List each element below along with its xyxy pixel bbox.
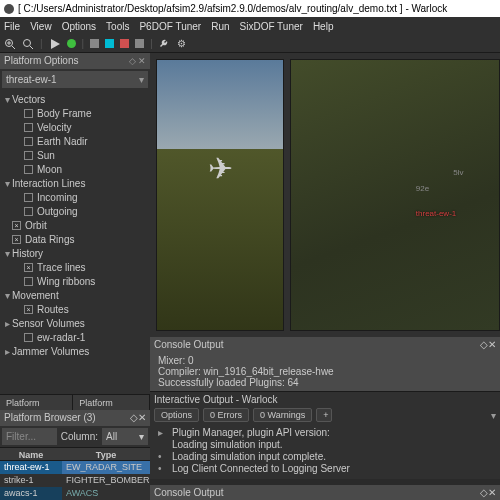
search-icon[interactable] <box>22 38 34 50</box>
grid-icon[interactable] <box>90 39 99 48</box>
io-tab-options[interactable]: Options <box>154 408 199 422</box>
checkbox[interactable] <box>24 165 33 174</box>
tree-item[interactable]: ew-radar-1 <box>0 330 150 344</box>
red-icon[interactable] <box>120 39 129 48</box>
panel-close-icon[interactable]: ✕ <box>138 56 146 66</box>
tree-item[interactable]: ▸Sensor Volumes <box>0 316 150 330</box>
menu-file[interactable]: File <box>4 21 20 32</box>
checkbox[interactable] <box>24 263 33 272</box>
platform-selector[interactable]: threat-ew-1▾ <box>2 71 148 88</box>
menu-view[interactable]: View <box>30 21 52 32</box>
io-tab-warnings[interactable]: 0 Warnings <box>253 408 312 422</box>
tree-item[interactable]: Earth Nadir <box>0 134 150 148</box>
panel-float-icon[interactable]: ◇ <box>480 487 488 498</box>
tree-item[interactable]: ▾Vectors <box>0 92 150 106</box>
tab-platform-options[interactable]: Platform Options <box>73 395 150 410</box>
gray-icon[interactable] <box>135 39 144 48</box>
bullet-icon: • <box>158 451 166 463</box>
twisty-icon[interactable]: ▸ <box>2 318 12 329</box>
panel-float-icon[interactable]: ◇ <box>130 412 138 423</box>
checkbox[interactable] <box>12 221 21 230</box>
cyan-icon[interactable] <box>105 39 114 48</box>
tree-item[interactable]: Data Rings <box>0 232 150 246</box>
tree-label: Interaction Lines <box>12 178 85 189</box>
column-label: Column: <box>57 428 102 445</box>
zoom-icon[interactable] <box>4 38 16 50</box>
tree-item[interactable]: Wing ribbons <box>0 274 150 288</box>
chevron-down-icon: ▾ <box>139 428 144 445</box>
checkbox[interactable] <box>12 235 21 244</box>
app-icon <box>4 4 14 14</box>
chevron-down-icon[interactable]: ▾ <box>491 410 496 421</box>
browser-table-header: NameType <box>0 447 150 461</box>
tree-item[interactable]: ▸Jammer Volumes <box>0 344 150 358</box>
tree-item[interactable]: Routes <box>0 302 150 316</box>
checkbox[interactable] <box>24 305 33 314</box>
tree-label: Orbit <box>25 220 47 231</box>
green-dot-icon[interactable] <box>67 39 76 48</box>
titlebar: [ C:/Users/Administrator/Desktop/afsim2.… <box>0 0 500 17</box>
tree-item[interactable]: Velocity <box>0 120 150 134</box>
filter-input[interactable]: Filter... <box>2 428 57 445</box>
menu-p6dof[interactable]: P6DOF Tuner <box>139 21 201 32</box>
checkbox[interactable] <box>24 137 33 146</box>
svg-point-4 <box>24 39 31 46</box>
checkbox[interactable] <box>24 109 33 118</box>
checkbox[interactable] <box>24 193 33 202</box>
checkbox[interactable] <box>24 277 33 286</box>
panel-close-icon[interactable]: ✕ <box>488 339 496 350</box>
checkbox[interactable] <box>24 123 33 132</box>
panel-close-icon[interactable]: ✕ <box>138 412 146 423</box>
checkbox[interactable] <box>24 151 33 160</box>
tree-item[interactable]: Moon <box>0 162 150 176</box>
panel-close-icon[interactable]: ✕ <box>488 487 496 498</box>
tree-item[interactable]: ▾Interaction Lines <box>0 176 150 190</box>
tree-item[interactable]: Incoming <box>0 190 150 204</box>
tab-platform-details[interactable]: Platform Details <box>0 395 73 410</box>
bullet-icon: • <box>158 463 166 475</box>
column-select[interactable]: All▾ <box>102 428 148 445</box>
table-row[interactable]: threat-ew-1EW_RADAR_SITE <box>0 461 150 474</box>
twisty-icon[interactable]: ▾ <box>2 290 12 301</box>
io-tab-errors[interactable]: 0 Errors <box>203 408 249 422</box>
svg-line-1 <box>12 46 15 49</box>
tree-item[interactable]: Sun <box>0 148 150 162</box>
twisty-icon[interactable]: ▾ <box>2 248 12 259</box>
menu-tools[interactable]: Tools <box>106 21 129 32</box>
panel-float-icon[interactable]: ◇ <box>480 339 488 350</box>
viewport-3d-chase[interactable]: ✈ <box>156 59 284 331</box>
tree-item[interactable]: Trace lines <box>0 260 150 274</box>
io-tab-add[interactable]: + <box>316 408 332 422</box>
tree-item[interactable]: Outgoing <box>0 204 150 218</box>
twisty-icon[interactable]: ▾ <box>2 178 12 189</box>
tree-item[interactable]: Body Frame <box>0 106 150 120</box>
left-panel: Platform Options ◇✕ threat-ew-1▾ ▾Vector… <box>0 53 150 500</box>
checkbox[interactable] <box>24 333 33 342</box>
checkbox[interactable] <box>24 207 33 216</box>
tree-item[interactable]: ▾History <box>0 246 150 260</box>
tree-label: Trace lines <box>37 262 86 273</box>
tree-item[interactable]: ▾Movement <box>0 288 150 302</box>
menu-sixdof[interactable]: SixDOF Tuner <box>240 21 303 32</box>
tree-label: Body Frame <box>37 108 91 119</box>
twisty-icon[interactable]: ▾ <box>2 94 12 105</box>
wrench-icon[interactable] <box>159 38 171 50</box>
menu-run[interactable]: Run <box>211 21 229 32</box>
bottom-console-header: Console Output ◇✕ <box>150 485 500 500</box>
viewport-3d-map[interactable]: 92e 5lv threat-ew-1 <box>290 59 500 331</box>
panel-float-icon[interactable]: ◇ <box>129 56 136 66</box>
tree-item[interactable]: Orbit <box>0 218 150 232</box>
tree-label: Incoming <box>37 192 78 203</box>
menu-options[interactable]: Options <box>62 21 96 32</box>
collapse-icon[interactable]: ▸ <box>158 427 166 439</box>
play-icon[interactable] <box>49 38 61 50</box>
menu-help[interactable]: Help <box>313 21 334 32</box>
svg-marker-6 <box>51 39 60 49</box>
panel-tabs: Platform Details Platform Options <box>0 394 150 410</box>
twisty-icon[interactable]: ▸ <box>2 346 12 357</box>
menubar: File View Options Tools P6DOF Tuner Run … <box>0 17 500 35</box>
tree-label: Movement <box>12 290 59 301</box>
settings-icon[interactable]: ⚙ <box>177 38 189 50</box>
table-row[interactable]: awacs-1AWACS <box>0 487 150 500</box>
table-row[interactable]: strike-1FIGHTER_BOMBER <box>0 474 150 487</box>
